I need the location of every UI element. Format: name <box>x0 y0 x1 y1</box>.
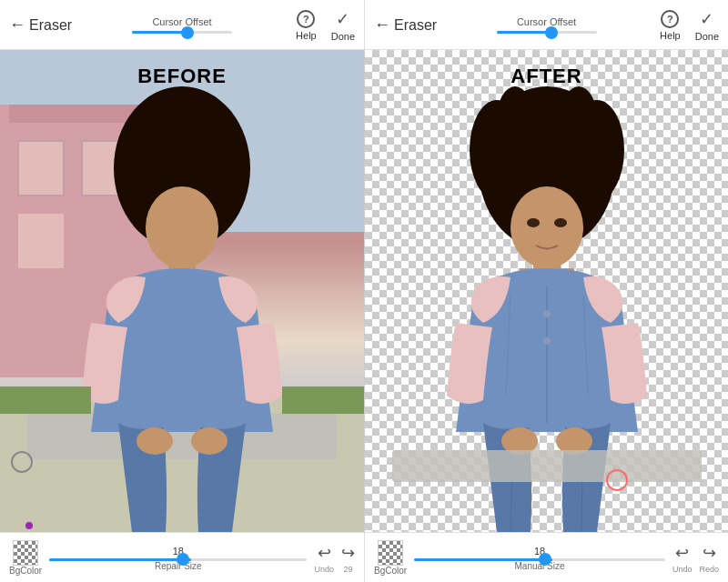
top-toolbar: ← Eraser Cursor Offset ? Help ✓ Done ← E… <box>0 0 728 50</box>
cursor-offset-slider-left[interactable] <box>132 31 232 34</box>
before-label: BEFORE <box>137 65 227 88</box>
svg-rect-15 <box>0 386 91 414</box>
svg-point-21 <box>561 86 597 150</box>
cursor-offset-right: Cursor Offset <box>497 16 597 34</box>
after-panel[interactable]: AFTER <box>364 50 728 532</box>
bottom-toolbar: BgColor 18 Repair Size ↩ Undo ↪ 29 BgCol… <box>0 532 728 582</box>
bgcolor-label-left: BgColor <box>9 566 42 576</box>
redo-icon-left: ↪ <box>341 543 355 563</box>
help-label-right: Help <box>660 30 681 41</box>
circle-indicator-right <box>606 469 628 491</box>
toolbar-left-half: ← Eraser Cursor Offset ? Help ✓ Done <box>0 0 364 50</box>
check-icon-left: ✓ <box>336 9 349 29</box>
svg-point-22 <box>511 186 583 268</box>
repair-size-fill <box>49 558 191 561</box>
help-button-left[interactable]: ? Help <box>296 10 317 41</box>
undo-icon-left: ↩ <box>318 543 331 563</box>
svg-rect-2 <box>18 141 64 196</box>
svg-rect-16 <box>282 386 364 414</box>
after-label: AFTER <box>511 65 581 88</box>
help-button-right[interactable]: ? Help <box>660 10 681 41</box>
manual-size-thumb[interactable] <box>539 553 551 566</box>
bgcolor-swatch-right[interactable] <box>378 540 403 566</box>
svg-point-24 <box>554 218 567 227</box>
back-button-right[interactable]: ← Eraser <box>374 15 437 35</box>
undo-button-right[interactable]: ↩ Undo <box>672 543 693 574</box>
before-scene-svg <box>0 50 364 532</box>
back-button-left[interactable]: ← Eraser <box>9 15 72 35</box>
toolbar-left-actions: ? Help ✓ Done <box>296 9 355 42</box>
help-icon-right: ? <box>661 10 679 28</box>
svg-point-31 <box>543 337 551 345</box>
toolbar-right-half: ← Eraser Cursor Offset ? Help ✓ Done <box>364 0 728 50</box>
repair-size-section: 18 Repair Size <box>49 546 307 571</box>
manual-size-slider[interactable] <box>414 558 665 561</box>
help-icon-left: ? <box>297 10 315 28</box>
eraser-title-right: Eraser <box>394 17 437 34</box>
cursor-offset-left: Cursor Offset <box>132 16 232 34</box>
svg-point-13 <box>136 427 173 455</box>
repair-size-thumb[interactable] <box>177 553 189 566</box>
bgcolor-button-right[interactable]: BgColor <box>374 540 407 576</box>
bgcolor-button-left[interactable]: BgColor <box>9 540 42 576</box>
toolbar-right-actions: ? Help ✓ Done <box>660 9 719 42</box>
redo-label-right: Redo <box>699 565 719 574</box>
svg-point-30 <box>543 310 551 317</box>
check-icon-right: ✓ <box>700 9 713 29</box>
undo-label-right: Undo <box>672 565 693 574</box>
redo-button-left[interactable]: ↪ 29 <box>341 543 355 574</box>
bgcolor-label-right: BgColor <box>374 566 407 576</box>
cursor-offset-slider-right[interactable] <box>497 31 597 34</box>
undo-icon-right: ↩ <box>675 543 689 563</box>
svg-point-20 <box>497 86 533 150</box>
cursor-offset-thumb-left[interactable] <box>181 26 194 39</box>
redo-value-left: 29 <box>343 565 352 574</box>
brush-dot-indicator <box>25 522 33 529</box>
svg-point-23 <box>527 218 540 227</box>
redo-button-right[interactable]: ↪ Redo <box>699 543 719 574</box>
bottom-left-half: BgColor 18 Repair Size ↩ Undo ↪ 29 <box>0 533 364 582</box>
cursor-offset-label-left: Cursor Offset <box>152 16 211 27</box>
cursor-offset-label-right: Cursor Offset <box>517 16 576 27</box>
undo-label-left: Undo <box>314 565 334 574</box>
circle-indicator-left <box>11 451 33 473</box>
bgcolor-swatch-left[interactable] <box>13 540 38 566</box>
help-label-left: Help <box>296 30 317 41</box>
redo-icon-right: ↪ <box>703 543 716 563</box>
manual-size-fill <box>414 558 552 561</box>
manual-size-section: 18 Manual Size <box>414 546 665 571</box>
svg-point-14 <box>191 427 228 455</box>
done-label-left: Done <box>331 31 355 42</box>
undo-button-left[interactable]: ↩ Undo <box>314 543 334 574</box>
back-arrow-left: ← <box>9 15 25 35</box>
done-label-right: Done <box>695 31 719 42</box>
main-content: BEFORE <box>0 50 728 532</box>
svg-point-11 <box>146 186 218 268</box>
after-scene-svg <box>365 50 728 532</box>
done-button-left[interactable]: ✓ Done <box>331 9 355 42</box>
repair-size-slider[interactable] <box>49 558 307 561</box>
done-button-right[interactable]: ✓ Done <box>695 9 719 42</box>
svg-rect-4 <box>18 214 64 268</box>
before-panel[interactable]: BEFORE <box>0 50 364 532</box>
svg-rect-36 <box>392 450 702 482</box>
eraser-title-left: Eraser <box>29 17 72 34</box>
bottom-right-half: BgColor 18 Manual Size ↩ Undo ↪ Redo <box>364 533 728 582</box>
cursor-offset-thumb-right[interactable] <box>545 26 558 39</box>
back-arrow-right: ← <box>374 15 390 35</box>
